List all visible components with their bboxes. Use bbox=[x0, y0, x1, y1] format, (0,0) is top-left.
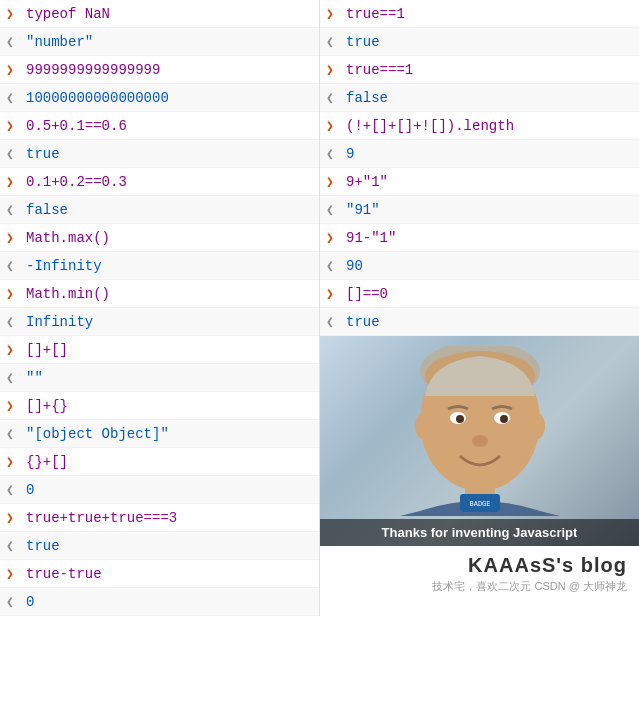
footer-blog-name: KAAAsS's blog bbox=[332, 554, 627, 577]
code-row: ❯9999999999999999 bbox=[0, 56, 319, 84]
code-row: ❮-Infinity bbox=[0, 252, 319, 280]
code-text: 0 bbox=[26, 482, 34, 498]
image-caption: Thanks for inventing Javascript bbox=[320, 519, 639, 546]
code-row: ❮"[object Object]" bbox=[0, 420, 319, 448]
left-arrow-icon: ❮ bbox=[326, 90, 340, 106]
code-row: ❯true+true+true===3 bbox=[0, 504, 319, 532]
left-arrow-icon: ❮ bbox=[6, 258, 20, 274]
code-text: []+{} bbox=[26, 398, 68, 414]
code-row: ❯91-"1" bbox=[320, 224, 639, 252]
main-container: ❯typeof NaN❮"number"❯9999999999999999❮10… bbox=[0, 0, 639, 616]
code-row: ❮"91" bbox=[320, 196, 639, 224]
code-text: true bbox=[346, 34, 380, 50]
code-row: ❯0.1+0.2==0.3 bbox=[0, 168, 319, 196]
code-row: ❯9+"1" bbox=[320, 168, 639, 196]
left-arrow-icon: ❮ bbox=[326, 314, 340, 330]
right-arrow-icon: ❯ bbox=[6, 342, 20, 358]
right-column: ❯true==1❮true❯true===1❮false❯(!+[]+[]+![… bbox=[320, 0, 639, 616]
code-row: ❮true bbox=[0, 532, 319, 560]
code-text: Math.max() bbox=[26, 230, 110, 246]
svg-point-9 bbox=[415, 412, 435, 440]
footer-sub: 技术宅，喜欢二次元 CSDN @ 大师神龙 bbox=[332, 579, 627, 594]
code-text: -Infinity bbox=[26, 258, 102, 274]
right-arrow-icon: ❯ bbox=[6, 398, 20, 414]
code-text: "" bbox=[26, 370, 43, 386]
code-text: (!+[]+[]+![]).length bbox=[346, 118, 514, 134]
code-row: ❮false bbox=[0, 196, 319, 224]
code-text: 0.1+0.2==0.3 bbox=[26, 174, 127, 190]
person-image: BADGE Thanks for inventing Javascript bbox=[320, 336, 639, 546]
svg-point-7 bbox=[500, 415, 508, 423]
svg-point-8 bbox=[472, 435, 488, 447]
left-arrow-icon: ❮ bbox=[326, 146, 340, 162]
code-row: ❯typeof NaN bbox=[0, 0, 319, 28]
right-arrow-icon: ❯ bbox=[6, 62, 20, 78]
code-text: Math.min() bbox=[26, 286, 110, 302]
code-row: ❮"" bbox=[0, 364, 319, 392]
left-arrow-icon: ❮ bbox=[6, 594, 20, 610]
code-text: true+true+true===3 bbox=[26, 510, 177, 526]
code-text: 91-"1" bbox=[346, 230, 396, 246]
code-text: 10000000000000000 bbox=[26, 90, 169, 106]
code-text: Infinity bbox=[26, 314, 93, 330]
code-text: []+[] bbox=[26, 342, 68, 358]
code-text: 90 bbox=[346, 258, 363, 274]
left-arrow-icon: ❮ bbox=[326, 202, 340, 218]
right-arrow-icon: ❯ bbox=[326, 118, 340, 134]
right-arrow-icon: ❯ bbox=[6, 454, 20, 470]
code-row: ❮true bbox=[0, 140, 319, 168]
code-row: ❮0 bbox=[0, 476, 319, 504]
code-row: ❯Math.min() bbox=[0, 280, 319, 308]
code-text: "number" bbox=[26, 34, 93, 50]
code-row: ❮"number" bbox=[0, 28, 319, 56]
code-row: ❯true===1 bbox=[320, 56, 639, 84]
code-row: ❯[]+{} bbox=[0, 392, 319, 420]
code-text: false bbox=[26, 202, 68, 218]
right-arrow-icon: ❯ bbox=[326, 62, 340, 78]
code-row: ❮true bbox=[320, 28, 639, 56]
code-text: "91" bbox=[346, 202, 380, 218]
right-arrow-icon: ❯ bbox=[6, 118, 20, 134]
code-text: 0 bbox=[26, 594, 34, 610]
code-text: typeof NaN bbox=[26, 6, 110, 22]
left-arrow-icon: ❮ bbox=[6, 370, 20, 386]
code-row: ❮90 bbox=[320, 252, 639, 280]
code-text: 0.5+0.1==0.6 bbox=[26, 118, 127, 134]
right-arrow-icon: ❯ bbox=[6, 566, 20, 582]
code-text: 9 bbox=[346, 146, 354, 162]
right-arrow-icon: ❯ bbox=[6, 286, 20, 302]
right-arrow-icon: ❯ bbox=[326, 174, 340, 190]
left-arrow-icon: ❮ bbox=[6, 34, 20, 50]
code-text: {}+[] bbox=[26, 454, 68, 470]
right-arrow-icon: ❯ bbox=[6, 230, 20, 246]
code-row: ❯true==1 bbox=[320, 0, 639, 28]
code-text: false bbox=[346, 90, 388, 106]
code-text: true===1 bbox=[346, 62, 413, 78]
svg-text:BADGE: BADGE bbox=[469, 500, 490, 508]
code-row: ❯{}+[] bbox=[0, 448, 319, 476]
left-arrow-icon: ❮ bbox=[326, 34, 340, 50]
left-arrow-icon: ❮ bbox=[6, 482, 20, 498]
code-row: ❮9 bbox=[320, 140, 639, 168]
left-arrow-icon: ❮ bbox=[6, 426, 20, 442]
code-text: true bbox=[26, 146, 60, 162]
footer-area: KAAAsS's blog 技术宅，喜欢二次元 CSDN @ 大师神龙 bbox=[320, 546, 639, 598]
code-row: ❮10000000000000000 bbox=[0, 84, 319, 112]
code-text: true bbox=[26, 538, 60, 554]
code-row: ❮0 bbox=[0, 588, 319, 616]
code-row: ❯true-true bbox=[0, 560, 319, 588]
code-text: 9999999999999999 bbox=[26, 62, 160, 78]
left-arrow-icon: ❮ bbox=[6, 146, 20, 162]
right-arrow-icon: ❯ bbox=[6, 174, 20, 190]
code-text: true bbox=[346, 314, 380, 330]
code-row: ❯[]+[] bbox=[0, 336, 319, 364]
code-row: ❮true bbox=[320, 308, 639, 336]
code-row: ❮false bbox=[320, 84, 639, 112]
code-row: ❮Infinity bbox=[0, 308, 319, 336]
code-text: "[object Object]" bbox=[26, 426, 169, 442]
code-text: []==0 bbox=[346, 286, 388, 302]
code-text: 9+"1" bbox=[346, 174, 388, 190]
left-column: ❯typeof NaN❮"number"❯9999999999999999❮10… bbox=[0, 0, 320, 616]
code-row: ❯(!+[]+[]+![]).length bbox=[320, 112, 639, 140]
right-arrow-icon: ❯ bbox=[326, 286, 340, 302]
